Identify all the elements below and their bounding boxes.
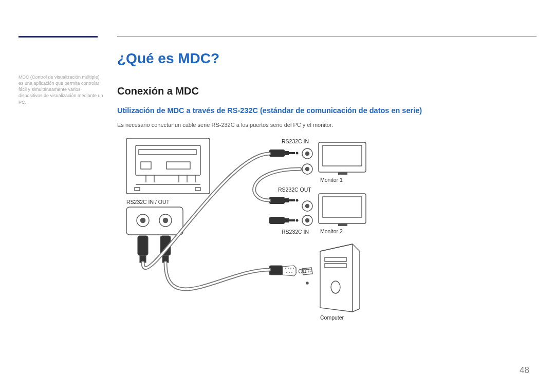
svg-point-63 [285,268,286,269]
header-divider [117,36,536,37]
svg-rect-19 [323,145,362,166]
svg-rect-59 [285,218,289,222]
connection-diagram: RS232C IN Monitor 1 RS232C OUT RS232C IN… [117,138,384,333]
svg-rect-56 [289,199,295,201]
svg-rect-20 [338,172,347,175]
svg-rect-27 [338,223,347,226]
inline-jack-mid-icon [269,197,299,204]
svg-point-43 [308,271,309,272]
svg-point-37 [304,269,305,270]
rs232c-port-panel-icon [126,207,183,235]
page-root: MDC (Control de visualización múltiple) … [0,0,555,392]
svg-point-41 [304,272,305,273]
svg-rect-1 [136,145,200,175]
svg-point-45 [306,282,308,284]
svg-point-66 [293,268,294,269]
computer-tower-icon [302,244,360,312]
svg-point-22 [306,152,309,156]
inline-jack-top-icon [269,150,299,157]
svg-point-29 [306,204,309,208]
svg-rect-34 [325,257,346,262]
svg-rect-55 [285,198,289,202]
svg-point-67 [286,272,287,273]
svg-point-24 [306,167,309,171]
svg-rect-11 [135,188,140,191]
inline-jack-low-icon [269,217,299,224]
svg-rect-46 [138,236,148,255]
svg-rect-58 [269,217,285,224]
svg-rect-35 [325,264,346,268]
inline-db9-plug-icon [269,266,296,276]
main-content: ¿Qué es MDC? Conexión a MDC Utilización … [117,50,529,333]
page-subtitle: Conexión a MDC [117,85,529,97]
diagram-svg [117,138,384,333]
monitor1-icon [302,142,366,175]
svg-rect-62 [269,266,283,275]
svg-rect-12 [195,188,200,191]
svg-rect-13 [126,207,183,235]
page-title: ¿Qué es MDC? [117,50,529,67]
svg-rect-54 [269,197,285,204]
header-accent-bar [18,36,98,38]
monitor2-icon [302,194,366,226]
svg-rect-60 [289,219,295,221]
svg-rect-25 [319,194,366,223]
section-heading: Utilización de MDC a través de RS-232C (… [117,106,529,115]
svg-point-53 [296,152,299,155]
page-number: 48 [520,365,529,376]
body-paragraph: Es necesario conectar un cable serie RS-… [117,122,529,128]
sidebar-definition-note: MDC (Control de visualización múltiple) … [18,74,104,105]
svg-point-68 [289,272,290,273]
svg-point-17 [163,218,168,223]
svg-line-33 [320,244,353,251]
svg-point-69 [291,272,292,273]
svg-point-31 [306,219,309,222]
svg-point-44 [310,271,311,272]
svg-rect-51 [285,151,289,155]
svg-point-57 [296,199,299,202]
monitor-back-panel-icon [126,138,210,194]
svg-point-36 [331,281,340,293]
svg-rect-26 [323,197,362,217]
svg-point-38 [306,269,307,270]
svg-point-39 [308,269,309,270]
svg-rect-50 [269,150,285,157]
svg-point-15 [141,218,145,223]
svg-point-42 [306,272,307,273]
svg-point-61 [296,219,299,222]
svg-point-64 [288,268,289,269]
svg-point-40 [310,269,311,270]
svg-point-65 [290,268,291,269]
svg-rect-52 [289,152,295,154]
svg-rect-18 [319,142,366,172]
